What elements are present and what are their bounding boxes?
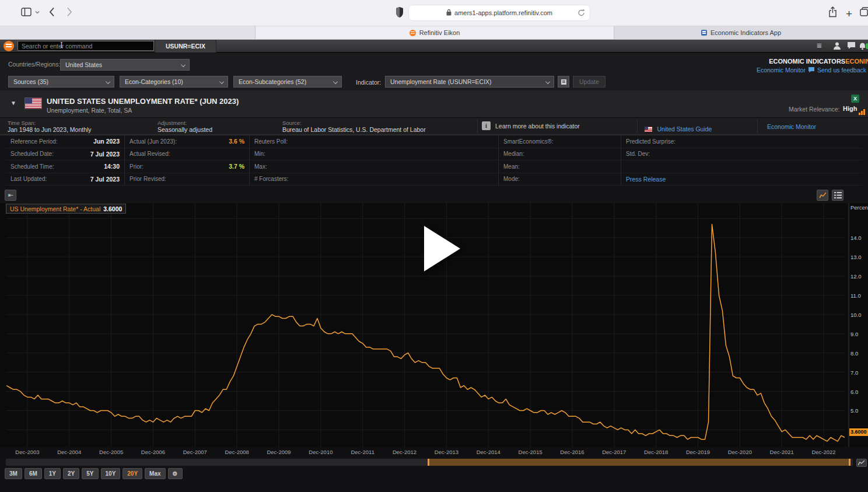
x-tick-label: Dec-2020 [728,449,752,455]
reload-icon[interactable] [578,9,585,18]
economic-monitor-link[interactable]: Economic Monitor [757,67,806,74]
stats-cell: Last Updated:7 Jul 2023 [6,173,124,186]
economic-monitor-link-2[interactable]: Economic Monitor [767,123,816,130]
browser-tab-strip: Refinitiv Eikon Economic Indicators App [0,26,868,40]
chart-legend: US Unemployment Rate* - Actual 3.6000 [6,204,126,214]
update-button[interactable]: Update [573,76,606,88]
data-table-icon[interactable] [832,190,844,201]
x-tick-label: Dec-2015 [519,449,542,455]
source-value: Bureau of Labor Statistics, U.S. Departm… [282,126,426,133]
indicator-label: Indicator: [356,79,381,86]
y-tick-label: 6.0 [850,389,858,395]
subcategories-dropdown[interactable]: Econ-Subcategories (52) [233,76,342,88]
stats-label: Prior Revised: [130,176,166,182]
stats-value: 3.7 % [229,163,244,170]
market-relevance-label: Market Relevance: [789,106,840,113]
stats-label: Prior: [130,163,144,170]
stats-cell: Predicted Surprise: [621,135,862,148]
privacy-shield-icon[interactable] [396,6,404,18]
chart-type-icon[interactable] [817,190,828,201]
browser-tab-refinitiv[interactable]: Refinitiv Eikon [255,26,614,39]
range-button-20y[interactable]: 20Y [123,468,142,479]
new-tab-icon[interactable]: + [846,8,852,20]
stats-label: Last Updated: [10,176,47,182]
stats-column: Reuters Poll:Min:Max:# Forcasters: [249,135,498,186]
ticker-tab[interactable]: USUNR=ECIX [155,40,216,53]
stats-label: Mode: [503,176,520,182]
tab-spacer [0,26,255,39]
stats-label: Median: [503,151,524,157]
minimap-icon[interactable] [856,459,867,467]
collapse-triangle-icon[interactable]: ▼ [10,100,16,106]
tab-label: Economic Indicators App [710,29,781,36]
x-tick-label: Dec-2021 [770,449,794,455]
range-button-5y[interactable]: 5Y [82,468,98,479]
scrollbar-selection[interactable] [428,459,850,466]
y-tick-label: 10.0 [850,312,862,318]
learn-more[interactable]: i Learn more about this indicator [482,121,580,130]
us-flag-icon [24,97,42,109]
y-tick-label: 9.0 [850,331,858,337]
y-axis-title: Percent [850,204,868,211]
stats-cell: Mean: [499,160,621,173]
eikon-toolbar: I USUNR=ECIX ≡ [0,40,868,53]
range-button-2y[interactable]: 2Y [63,468,79,479]
range-button-3m[interactable]: 3M [5,468,22,479]
back-icon[interactable] [49,7,55,17]
sources-dropdown[interactable]: Sources (35) [8,76,114,88]
categories-dropdown[interactable]: Econ-Categories (10) [120,76,228,88]
range-button-10y[interactable]: 10Y [101,468,121,479]
us-guide-link[interactable]: United States Guide [657,125,712,132]
press-release-link[interactable]: Press Release [626,176,666,183]
share-icon[interactable] [828,6,837,18]
command-search-input[interactable] [18,41,154,51]
forward-icon[interactable] [66,7,72,17]
x-tick-label: Dec-2003 [15,449,39,455]
x-tick-label: Dec-2019 [686,449,710,455]
address-bar[interactable]: amers1-apps.platform.refinitiv.com [408,5,590,21]
sources-value: Sources (35) [13,78,48,85]
range-button-6m[interactable]: 6M [24,468,42,479]
y-tick-label: 8.0 [850,350,858,357]
stats-label: Std. Dev: [626,151,650,157]
user-icon[interactable] [833,41,841,53]
x-tick-label: Dec-2006 [141,449,165,455]
y-tick-label: 14.0 [850,235,862,241]
stats-value: Jun 2023 [93,138,120,145]
send-feedback-link[interactable]: Send us feedback [817,67,866,74]
countries-dropdown[interactable]: United States [60,59,190,71]
x-tick-label: Dec-2011 [351,449,374,455]
range-button-max[interactable]: Max [145,468,165,479]
stats-cell: Actual (Jun 2023):3.6 % [125,135,249,148]
x-tick-label: Dec-2022 [811,449,835,455]
subcategories-value: Econ-Subcategories (52) [239,78,306,85]
sidebar-chevron-icon[interactable] [35,11,40,14]
chat-icon[interactable] [847,41,856,52]
refinitiv-logo-icon[interactable] [4,41,14,51]
stats-label: Reference Period: [10,138,58,145]
range-settings-gear-icon[interactable]: ⚙ [168,468,183,479]
excel-export-icon[interactable]: X [851,95,859,103]
stats-column: SmartEconomics®:Median:Mean:Mode: [498,135,621,186]
play-button[interactable] [424,226,460,271]
chart-scrollbar[interactable] [6,459,853,466]
last-value-badge: 3.6000 [849,428,868,436]
stats-cell: Scheduled Time:14:30 [6,160,124,173]
chevron-down-icon [545,79,550,84]
chart-settings-icon[interactable] [558,76,569,88]
market-relevance-value: High [843,105,857,112]
tab-label: Refinitiv Eikon [419,29,460,36]
stats-cell: Reference Period:Jun 2023 [6,135,124,148]
menu-icon[interactable]: ≡ [817,41,822,50]
tab-overview-icon[interactable] [860,7,868,16]
timespan-value: Jan 1948 to Jun 2023, Monthly [8,126,92,133]
reset-zoom-icon[interactable]: ⇤ [5,190,16,201]
screen: amers1-apps.platform.refinitiv.com + Ref… [0,0,868,492]
sidebar-icon[interactable] [21,8,32,16]
stats-cell: Mode: [499,173,621,186]
browser-tab-econ-app[interactable]: Economic Indicators App [614,26,868,39]
range-button-1y[interactable]: 1Y [44,468,61,479]
countries-label: Countries/Regions: [8,61,60,68]
indicator-dropdown[interactable]: Unemployment Rate (USUNR=ECIX) [385,76,554,88]
stats-cell: Std. Dev: [621,148,862,161]
